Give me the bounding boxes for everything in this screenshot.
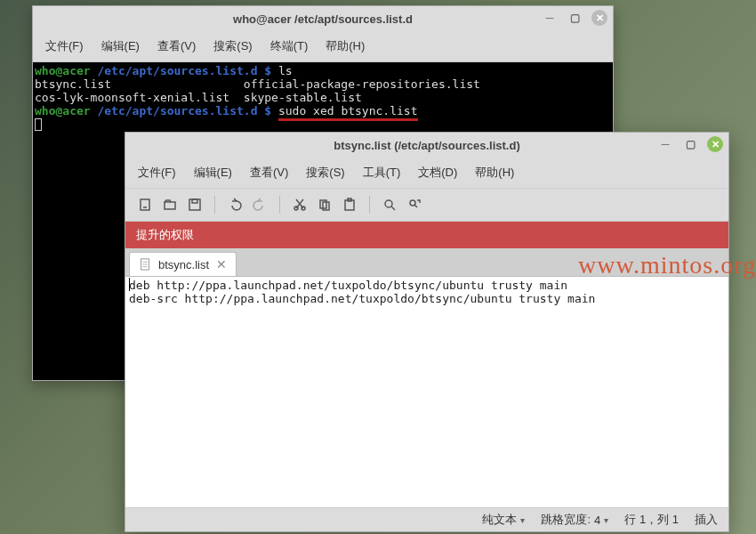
prompt-path: /etc/apt/sources.list.d: [97, 104, 257, 117]
file-icon: [139, 258, 151, 271]
minimize-button[interactable]: ─: [542, 10, 558, 26]
search-replace-icon[interactable]: [404, 194, 425, 215]
redo-icon[interactable]: [249, 194, 270, 215]
terminal-window-controls: ─ ▢ ✕: [542, 10, 607, 26]
status-syntax[interactable]: 纯文本 ▾: [482, 512, 525, 528]
prompt-dollar: $: [264, 104, 271, 117]
tab-label: btsync.list: [158, 258, 209, 271]
content-line-2: deb-src http://ppa.launchpad.net/tuxpold…: [129, 292, 595, 305]
paste-icon[interactable]: [339, 194, 360, 215]
menu-file[interactable]: 文件(F): [129, 161, 185, 184]
editor-window: btsync.list (/etc/apt/sources.list.d) ─ …: [125, 132, 729, 532]
cmd-sudo-xed: sudo xed btsync.list: [278, 104, 418, 121]
new-file-icon[interactable]: [134, 194, 156, 215]
toolbar-separator: [369, 196, 370, 214]
cut-icon[interactable]: [289, 194, 310, 215]
menu-file[interactable]: 文件(F): [36, 35, 92, 58]
search-icon[interactable]: [379, 194, 400, 215]
menu-search[interactable]: 搜索(S): [297, 161, 353, 184]
prompt-user: who@acer: [35, 104, 91, 117]
cmd-ls: ls: [278, 64, 293, 77]
menu-view[interactable]: 查看(V): [241, 161, 297, 184]
terminal-menubar: 文件(F) 编辑(E) 查看(V) 搜索(S) 终端(T) 帮助(H): [33, 31, 613, 62]
svg-point-10: [385, 200, 392, 207]
menu-help[interactable]: 帮助(H): [317, 35, 374, 58]
menu-document[interactable]: 文档(D): [409, 161, 466, 184]
privilege-text: 提升的权限: [136, 228, 194, 241]
open-file-icon[interactable]: [159, 194, 181, 215]
editor-text-area[interactable]: deb http://ppa.launchpad.net/tuxpoldo/bt…: [125, 277, 728, 507]
copy-icon[interactable]: [314, 194, 335, 215]
menu-tools[interactable]: 工具(T): [354, 161, 410, 184]
menu-help[interactable]: 帮助(H): [466, 161, 523, 184]
maximize-button[interactable]: ▢: [567, 10, 583, 26]
ls-output-2: cos-lyk-moonsoft-xenial.list skype-stabl…: [35, 91, 362, 104]
terminal-titlebar[interactable]: who@acer /etc/apt/sources.list.d ─ ▢ ✕: [33, 6, 613, 31]
chevron-down-icon: ▾: [520, 515, 525, 525]
editor-tabstrip: btsync.list ✕: [125, 248, 728, 277]
toolbar-separator: [214, 196, 215, 214]
status-tabwidth[interactable]: 跳格宽度: 4 ▾: [541, 512, 608, 528]
svg-rect-1: [165, 202, 175, 209]
editor-cursor: [129, 278, 130, 291]
status-insert-mode[interactable]: 插入: [695, 512, 718, 528]
menu-edit[interactable]: 编辑(E): [92, 35, 149, 58]
tab-btsync[interactable]: btsync.list ✕: [129, 252, 237, 276]
undo-icon[interactable]: [224, 194, 245, 215]
editor-toolbar: [125, 189, 728, 222]
editor-statusbar: 纯文本 ▾ 跳格宽度: 4 ▾ 行 1，列 1 插入: [125, 507, 728, 531]
tab-close-icon[interactable]: ✕: [216, 257, 227, 271]
menu-terminal[interactable]: 终端(T): [261, 35, 318, 58]
editor-menubar: 文件(F) 编辑(E) 查看(V) 搜索(S) 工具(T) 文档(D) 帮助(H…: [125, 158, 728, 189]
terminal-title: who@acer /etc/apt/sources.list.d: [233, 12, 413, 26]
menu-search[interactable]: 搜索(S): [205, 35, 261, 58]
editor-title: btsync.list (/etc/apt/sources.list.d): [334, 139, 520, 152]
toolbar-separator: [279, 196, 280, 214]
save-file-icon[interactable]: [184, 194, 205, 215]
editor-titlebar[interactable]: btsync.list (/etc/apt/sources.list.d) ─ …: [125, 133, 728, 158]
menu-edit[interactable]: 编辑(E): [185, 161, 241, 184]
svg-rect-3: [192, 199, 197, 203]
editor-window-controls: ─ ▢ ✕: [657, 136, 723, 152]
prompt-user: who@acer: [35, 64, 91, 77]
close-button[interactable]: ✕: [707, 136, 723, 152]
menu-view[interactable]: 查看(V): [149, 35, 205, 58]
close-button[interactable]: ✕: [591, 10, 607, 26]
ls-output-1: btsync.list official-package-repositorie…: [35, 77, 480, 91]
prompt-path: /etc/apt/sources.list.d: [97, 64, 257, 77]
terminal-cursor: [35, 118, 42, 131]
svg-rect-0: [141, 199, 149, 210]
chevron-down-icon: ▾: [604, 515, 608, 525]
privilege-banner: 提升的权限: [125, 222, 728, 248]
minimize-button[interactable]: ─: [657, 136, 673, 152]
status-position: 行 1，列 1: [624, 512, 679, 528]
content-line-1: deb http://ppa.launchpad.net/tuxpoldo/bt…: [129, 279, 567, 292]
maximize-button[interactable]: ▢: [682, 136, 698, 152]
prompt-dollar: $: [264, 64, 271, 77]
svg-rect-2: [189, 199, 200, 210]
